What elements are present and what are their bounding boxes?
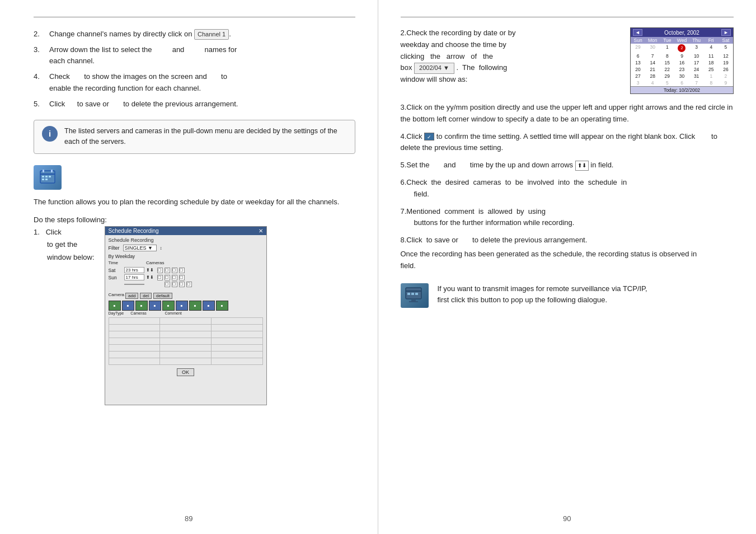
svg-rect-5 <box>45 176 48 177</box>
info-box: i The listed servers and cameras in the … <box>34 120 355 154</box>
transmit-line1: If you want to transmit images for remot… <box>438 283 647 295</box>
sched-body: Schedule Recording Filter SINGLES ▼ ↕ By… <box>105 235 266 381</box>
sat-cam2[interactable]: ☐ <box>165 268 170 273</box>
cal-22[interactable]: 22 <box>660 66 674 73</box>
cal-8[interactable]: 8 <box>660 53 674 59</box>
cameras-label: Camera <box>109 292 124 297</box>
cal-1[interactable]: 1 <box>660 44 674 53</box>
cal-11[interactable]: 11 <box>704 53 719 59</box>
e1-cam1[interactable]: ☐ <box>165 282 170 287</box>
e1-cam3[interactable]: ☐ <box>179 282 185 287</box>
cal-4[interactable]: 4 <box>704 44 719 53</box>
sat-cam4[interactable]: ☐ <box>179 268 185 273</box>
cal-10[interactable]: 10 <box>689 53 704 59</box>
sched-dropdown[interactable]: SINGLES ▼ <box>123 245 157 251</box>
cal-12[interactable]: 12 <box>719 53 733 59</box>
sched-del-btn[interactable]: del <box>140 293 152 299</box>
cal-14[interactable]: 14 <box>645 59 660 66</box>
cal-19[interactable]: 19 <box>719 59 733 66</box>
sched-table-row-2 <box>109 325 262 331</box>
cal-21[interactable]: 21 <box>645 66 660 73</box>
sun-cam2[interactable]: ☐ <box>165 275 170 280</box>
cal-16[interactable]: 16 <box>674 59 689 66</box>
sched-table-row-3 <box>109 331 262 338</box>
cal-20[interactable]: 20 <box>631 66 645 73</box>
sched-subtitle: Schedule Recording <box>109 237 263 243</box>
cal-7[interactable]: 7 <box>645 53 660 59</box>
sched-add-btn[interactable]: add <box>125 293 138 299</box>
step-4: 4. Check to show the images on the scree… <box>34 71 355 93</box>
cal-day-thu: Thu <box>689 37 704 44</box>
click-1-label: 1. Click <box>34 226 95 238</box>
cal-1b[interactable]: 1 <box>704 73 719 79</box>
cal-3[interactable]: 3 <box>689 44 704 53</box>
channel-badge: Channel 1 <box>194 29 229 40</box>
step-3: 3. Arrow down the list to select the and… <box>34 44 355 67</box>
cal-13[interactable]: 13 <box>631 59 645 66</box>
sun-cam3[interactable]: ☐ <box>172 275 177 280</box>
right-step-8: 8.Click to save or to delete the previou… <box>401 235 734 271</box>
step-5: 5. Click to save or to delete the previo… <box>34 99 355 110</box>
cal-30b[interactable]: 30 <box>674 73 689 79</box>
sched-close: ✕ <box>259 228 263 234</box>
cal-day-mon: Mon <box>645 37 660 44</box>
camera-icons-row: ■ ■ ■ ■ ■ ■ ■ ■ ■ <box>109 301 263 311</box>
sun-cam4[interactable]: ☐ <box>179 275 185 280</box>
cal-31[interactable]: 31 <box>689 73 704 79</box>
cal-5b[interactable]: 5 <box>660 79 674 86</box>
cal-30[interactable]: 30 <box>645 44 660 53</box>
sched-bottom: OK <box>109 368 263 378</box>
cam-icon-8: ■ <box>203 301 215 311</box>
step-2-content: Change channel's names by directly click… <box>49 29 355 40</box>
svg-rect-14 <box>411 293 414 295</box>
sched-title-bar: Schedule Recording ✕ <box>105 227 266 235</box>
sched-time-sat: Sat 23 hrs ⬆⬇ ☐ ☐ ☐ ☐ <box>109 267 263 273</box>
cal-2b[interactable]: 2 <box>719 73 733 79</box>
sched-arrow: ↕ <box>160 246 162 251</box>
cal-15[interactable]: 15 <box>660 59 674 66</box>
sched-ok-btn[interactable]: OK <box>177 368 194 376</box>
cal-8b[interactable]: 8 <box>704 79 719 86</box>
cal-prev-btn[interactable]: ◄ <box>633 29 642 36</box>
cal-9b[interactable]: 9 <box>719 79 733 86</box>
e1-cam2[interactable]: ☐ <box>172 282 177 287</box>
cal-9[interactable]: 9 <box>674 53 689 59</box>
sched-time-sun: Sun 17 hrs ⬆⬇ ☐ ☐ ☐ ☐ <box>109 274 263 280</box>
cal-4b[interactable]: 4 <box>645 79 660 86</box>
check-text: 2.Check the recording by date or by week… <box>401 27 631 86</box>
confirm-icon: ✓ <box>424 133 434 140</box>
cal-17[interactable]: 17 <box>689 59 704 66</box>
cal-18[interactable]: 18 <box>704 59 719 66</box>
sched-btn-row: add del default <box>125 293 172 299</box>
cal-28[interactable]: 28 <box>645 73 660 79</box>
cal-27[interactable]: 27 <box>631 73 645 79</box>
sun-cameras: ☐ ☐ ☐ ☐ <box>157 275 185 280</box>
cal-24[interactable]: 24 <box>689 66 704 73</box>
cal-next-btn[interactable]: ► <box>721 29 731 36</box>
cal-6[interactable]: 6 <box>631 53 645 59</box>
date-box[interactable]: 2002/04 ▼ <box>414 63 454 74</box>
sched-def-btn[interactable]: default <box>153 293 172 299</box>
click-window-below: window below: <box>34 251 95 264</box>
e1-cam4[interactable]: ☐ <box>186 282 192 287</box>
cal-6b[interactable]: 6 <box>674 79 689 86</box>
sat-cam3[interactable]: ☐ <box>172 268 177 273</box>
cal-5[interactable]: 5 <box>719 44 733 53</box>
step-5-text: 5.Set the and time by the up and down ar… <box>401 161 614 169</box>
cal-3b[interactable]: 3 <box>631 79 645 86</box>
sun-cam1[interactable]: ☐ <box>157 275 163 280</box>
sat-cam1[interactable]: ☐ <box>157 268 163 273</box>
cal-wed-highlight[interactable]: 2 <box>674 44 689 53</box>
right-steps: 3.Click on the yy/mm position directly a… <box>401 102 734 272</box>
cal-29[interactable]: 29 <box>631 44 645 53</box>
cal-7b[interactable]: 7 <box>689 79 704 86</box>
cal-26[interactable]: 26 <box>719 66 733 73</box>
cal-29b[interactable]: 29 <box>660 73 674 79</box>
sched-filter-label: Filter <box>109 245 120 251</box>
cal-23[interactable]: 23 <box>674 66 689 73</box>
step-3-content: Arrow down the list to select the and na… <box>49 44 355 67</box>
page-num-left: 89 <box>185 514 192 523</box>
svg-rect-2 <box>43 170 44 172</box>
step-6-field: field. <box>401 189 734 200</box>
cal-25[interactable]: 25 <box>704 66 719 73</box>
